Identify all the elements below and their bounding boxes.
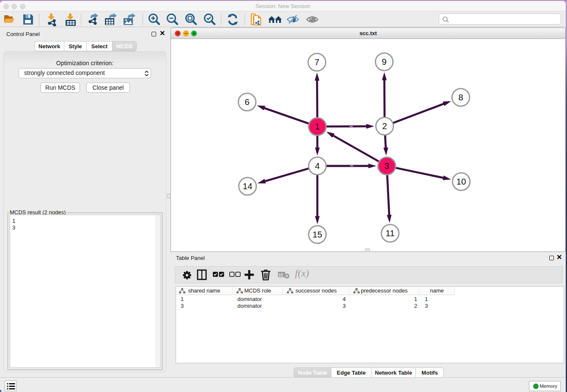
svg-text:14: 14	[243, 181, 253, 191]
svg-text:10: 10	[457, 177, 466, 186]
svg-text:3: 3	[384, 161, 389, 171]
svg-text:4: 4	[315, 161, 319, 171]
svg-text:1: 1	[315, 121, 319, 131]
svg-text:11: 11	[385, 228, 394, 238]
svg-text:8: 8	[458, 92, 463, 102]
svg-text:2: 2	[382, 121, 387, 131]
svg-text:15: 15	[313, 229, 322, 239]
svg-text:6: 6	[245, 97, 249, 107]
svg-text:9: 9	[382, 57, 386, 66]
svg-text:7: 7	[314, 57, 319, 67]
